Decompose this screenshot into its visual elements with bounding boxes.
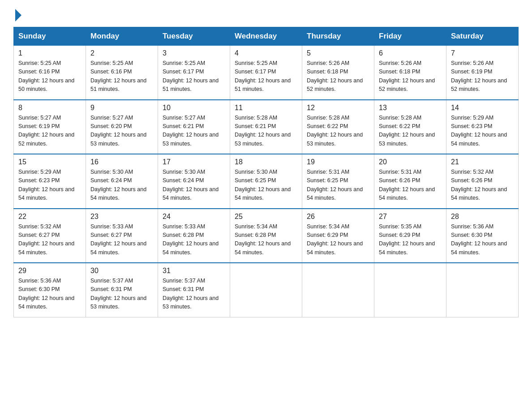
day-info: Sunrise: 5:32 AMSunset: 6:27 PMDaylight:… <box>18 223 81 257</box>
day-number: 19 <box>307 158 369 166</box>
calendar-week-row: 8 Sunrise: 5:27 AMSunset: 6:19 PMDayligh… <box>14 100 519 154</box>
day-number: 9 <box>90 104 153 112</box>
calendar-cell: 14 Sunrise: 5:29 AMSunset: 6:23 PMDaylig… <box>446 100 519 154</box>
day-number: 21 <box>451 158 514 166</box>
calendar-cell: 31 Sunrise: 5:37 AMSunset: 6:31 PMDaylig… <box>158 263 230 317</box>
calendar-cell: 6 Sunrise: 5:26 AMSunset: 6:18 PMDayligh… <box>374 46 446 100</box>
header-wednesday: Wednesday <box>230 27 302 46</box>
calendar-cell: 9 Sunrise: 5:27 AMSunset: 6:20 PMDayligh… <box>86 100 158 154</box>
day-number: 25 <box>235 213 297 221</box>
calendar-cell: 17 Sunrise: 5:30 AMSunset: 6:24 PMDaylig… <box>158 154 230 209</box>
header-tuesday: Tuesday <box>158 27 230 46</box>
day-info: Sunrise: 5:26 AMSunset: 6:18 PMDaylight:… <box>307 59 369 94</box>
day-info: Sunrise: 5:28 AMSunset: 6:22 PMDaylight:… <box>307 114 369 149</box>
day-info: Sunrise: 5:37 AMSunset: 6:31 PMDaylight:… <box>163 277 225 312</box>
day-info: Sunrise: 5:32 AMSunset: 6:26 PMDaylight:… <box>451 168 514 203</box>
day-info: Sunrise: 5:30 AMSunset: 6:24 PMDaylight:… <box>90 168 153 203</box>
day-number: 14 <box>451 104 514 112</box>
day-number: 24 <box>163 213 225 221</box>
day-number: 17 <box>163 158 225 166</box>
day-info: Sunrise: 5:26 AMSunset: 6:18 PMDaylight:… <box>379 59 442 94</box>
calendar-cell: 11 Sunrise: 5:28 AMSunset: 6:21 PMDaylig… <box>230 100 302 154</box>
calendar-cell: 21 Sunrise: 5:32 AMSunset: 6:26 PMDaylig… <box>446 154 519 209</box>
calendar-cell: 28 Sunrise: 5:36 AMSunset: 6:30 PMDaylig… <box>446 209 519 263</box>
calendar-cell: 2 Sunrise: 5:25 AMSunset: 6:16 PMDayligh… <box>86 46 158 100</box>
day-number: 26 <box>307 213 369 221</box>
day-info: Sunrise: 5:33 AMSunset: 6:27 PMDaylight:… <box>90 223 153 257</box>
calendar-cell: 19 Sunrise: 5:31 AMSunset: 6:25 PMDaylig… <box>302 154 374 209</box>
header-sunday: Sunday <box>14 27 86 46</box>
calendar-cell: 5 Sunrise: 5:26 AMSunset: 6:18 PMDayligh… <box>302 46 374 100</box>
day-number: 20 <box>379 158 442 166</box>
day-number: 10 <box>163 104 225 112</box>
header-saturday: Saturday <box>446 27 519 46</box>
calendar-week-row: 1 Sunrise: 5:25 AMSunset: 6:16 PMDayligh… <box>14 46 519 100</box>
calendar-cell: 24 Sunrise: 5:33 AMSunset: 6:28 PMDaylig… <box>158 209 230 263</box>
calendar-cell: 26 Sunrise: 5:34 AMSunset: 6:29 PMDaylig… <box>302 209 374 263</box>
day-info: Sunrise: 5:31 AMSunset: 6:26 PMDaylight:… <box>379 168 442 203</box>
day-info: Sunrise: 5:35 AMSunset: 6:29 PMDaylight:… <box>379 223 442 257</box>
header-monday: Monday <box>86 27 158 46</box>
calendar-cell: 10 Sunrise: 5:27 AMSunset: 6:21 PMDaylig… <box>158 100 230 154</box>
calendar-cell: 8 Sunrise: 5:27 AMSunset: 6:19 PMDayligh… <box>14 100 86 154</box>
day-number: 8 <box>18 104 81 112</box>
day-number: 28 <box>451 213 514 221</box>
day-number: 30 <box>90 267 153 275</box>
day-info: Sunrise: 5:25 AMSunset: 6:16 PMDaylight:… <box>90 59 153 94</box>
day-info: Sunrise: 5:34 AMSunset: 6:28 PMDaylight:… <box>235 223 297 257</box>
calendar-cell: 20 Sunrise: 5:31 AMSunset: 6:26 PMDaylig… <box>374 154 446 209</box>
logo-arrow-icon <box>15 9 21 21</box>
day-number: 31 <box>163 267 225 275</box>
calendar-cell: 13 Sunrise: 5:28 AMSunset: 6:22 PMDaylig… <box>374 100 446 154</box>
day-info: Sunrise: 5:27 AMSunset: 6:20 PMDaylight:… <box>90 114 153 149</box>
day-info: Sunrise: 5:26 AMSunset: 6:19 PMDaylight:… <box>451 59 514 94</box>
day-number: 29 <box>18 267 81 275</box>
day-number: 4 <box>235 49 297 57</box>
day-info: Sunrise: 5:36 AMSunset: 6:30 PMDaylight:… <box>18 277 81 312</box>
day-info: Sunrise: 5:25 AMSunset: 6:17 PMDaylight:… <box>235 59 297 94</box>
calendar-cell: 23 Sunrise: 5:33 AMSunset: 6:27 PMDaylig… <box>86 209 158 263</box>
day-number: 1 <box>18 49 81 57</box>
logo <box>13 11 21 19</box>
day-info: Sunrise: 5:30 AMSunset: 6:25 PMDaylight:… <box>235 168 297 203</box>
calendar-cell: 4 Sunrise: 5:25 AMSunset: 6:17 PMDayligh… <box>230 46 302 100</box>
day-info: Sunrise: 5:27 AMSunset: 6:19 PMDaylight:… <box>18 114 81 149</box>
calendar-week-row: 22 Sunrise: 5:32 AMSunset: 6:27 PMDaylig… <box>14 209 519 263</box>
day-number: 27 <box>379 213 442 221</box>
header-thursday: Thursday <box>302 27 374 46</box>
day-info: Sunrise: 5:29 AMSunset: 6:23 PMDaylight:… <box>451 114 514 149</box>
day-info: Sunrise: 5:25 AMSunset: 6:17 PMDaylight:… <box>163 59 225 94</box>
header-friday: Friday <box>374 27 446 46</box>
calendar-cell: 3 Sunrise: 5:25 AMSunset: 6:17 PMDayligh… <box>158 46 230 100</box>
calendar-cell <box>374 263 446 317</box>
day-number: 6 <box>379 49 442 57</box>
calendar-cell: 18 Sunrise: 5:30 AMSunset: 6:25 PMDaylig… <box>230 154 302 209</box>
calendar-header-row: SundayMondayTuesdayWednesdayThursdayFrid… <box>14 27 519 46</box>
day-info: Sunrise: 5:36 AMSunset: 6:30 PMDaylight:… <box>451 223 514 257</box>
calendar-cell: 16 Sunrise: 5:30 AMSunset: 6:24 PMDaylig… <box>86 154 158 209</box>
day-number: 13 <box>379 104 442 112</box>
day-number: 22 <box>18 213 81 221</box>
day-number: 23 <box>90 213 153 221</box>
day-number: 3 <box>163 49 225 57</box>
day-info: Sunrise: 5:31 AMSunset: 6:25 PMDaylight:… <box>307 168 369 203</box>
day-number: 18 <box>235 158 297 166</box>
calendar-cell: 1 Sunrise: 5:25 AMSunset: 6:16 PMDayligh… <box>14 46 86 100</box>
day-info: Sunrise: 5:25 AMSunset: 6:16 PMDaylight:… <box>18 59 81 94</box>
calendar-cell: 25 Sunrise: 5:34 AMSunset: 6:28 PMDaylig… <box>230 209 302 263</box>
calendar-cell: 15 Sunrise: 5:29 AMSunset: 6:23 PMDaylig… <box>14 154 86 209</box>
calendar-cell: 7 Sunrise: 5:26 AMSunset: 6:19 PMDayligh… <box>446 46 519 100</box>
day-number: 7 <box>451 49 514 57</box>
day-info: Sunrise: 5:33 AMSunset: 6:28 PMDaylight:… <box>163 223 225 257</box>
day-info: Sunrise: 5:28 AMSunset: 6:21 PMDaylight:… <box>235 114 297 149</box>
calendar-cell: 29 Sunrise: 5:36 AMSunset: 6:30 PMDaylig… <box>14 263 86 317</box>
day-info: Sunrise: 5:34 AMSunset: 6:29 PMDaylight:… <box>307 223 369 257</box>
page-header <box>13 11 519 19</box>
calendar-cell: 30 Sunrise: 5:37 AMSunset: 6:31 PMDaylig… <box>86 263 158 317</box>
calendar-cell: 27 Sunrise: 5:35 AMSunset: 6:29 PMDaylig… <box>374 209 446 263</box>
day-info: Sunrise: 5:37 AMSunset: 6:31 PMDaylight:… <box>90 277 153 312</box>
day-number: 11 <box>235 104 297 112</box>
day-number: 2 <box>90 49 153 57</box>
day-info: Sunrise: 5:29 AMSunset: 6:23 PMDaylight:… <box>18 168 81 203</box>
day-number: 5 <box>307 49 369 57</box>
